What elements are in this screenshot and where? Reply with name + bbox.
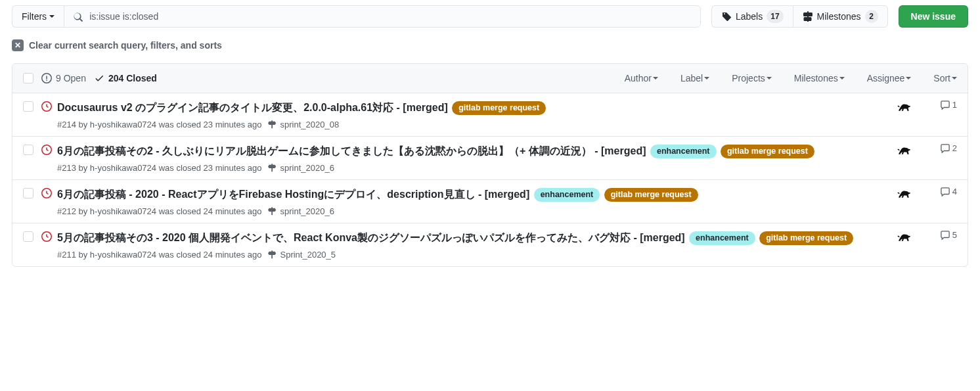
milestone-icon	[268, 207, 277, 216]
label-chip[interactable]: enhancement	[534, 188, 600, 202]
row-checkbox[interactable]	[23, 231, 33, 242]
chevron-down-icon	[704, 77, 709, 80]
milestone-text: sprint_2020_08	[280, 120, 339, 129]
milestone-icon	[268, 250, 277, 260]
chevron-down-icon	[653, 77, 658, 80]
issue-meta: #214 by h-yoshikawa0724 was closed 23 mi…	[57, 120, 261, 129]
chevron-down-icon	[767, 77, 772, 80]
issue-list: 9 Open 204 Closed Author Label Projects …	[12, 63, 968, 267]
new-issue-button[interactable]: New issue	[899, 5, 968, 28]
labels-button[interactable]: Labels 17	[711, 5, 793, 28]
milestone-link[interactable]: sprint_2020_08	[268, 120, 339, 129]
filter-assignee[interactable]: Assignee	[867, 73, 912, 83]
labels-text: Labels	[736, 11, 763, 22]
filter-author[interactable]: Author	[625, 73, 658, 83]
filter-projects[interactable]: Projects	[732, 73, 772, 83]
comments-count: 2	[952, 143, 957, 153]
comment-icon	[941, 101, 950, 110]
issue-title-link[interactable]: 5月の記事投稿その3 - 2020 個人開発イベントで、React Konva製…	[57, 232, 685, 243]
tab-open[interactable]: 9 Open	[41, 73, 86, 83]
assignee-avatar[interactable]	[897, 147, 911, 157]
label-chip[interactable]: gitlab merge request	[452, 101, 546, 115]
milestone-text: sprint_2020_6	[280, 163, 334, 173]
filter-sort[interactable]: Sort	[933, 73, 957, 83]
assignee-avatar[interactable]	[897, 103, 911, 114]
chevron-down-icon	[839, 77, 845, 80]
milestone-icon	[268, 164, 277, 173]
select-all-checkbox[interactable]	[23, 73, 33, 83]
filter-milestones[interactable]: Milestones	[794, 73, 845, 83]
label-chip[interactable]: enhancement	[650, 145, 717, 158]
milestones-count: 2	[865, 10, 878, 23]
issue-closed-icon	[41, 188, 52, 198]
issue-row: Docusaurus v2 のプラグイン記事のタイトル変更、2.0.0-alph…	[12, 93, 968, 136]
issue-closed-icon	[41, 101, 52, 112]
issue-open-icon	[41, 73, 52, 83]
milestone-text: sprint_2020_6	[280, 206, 334, 216]
comments-link[interactable]: 5	[936, 230, 957, 240]
comment-icon	[941, 187, 950, 196]
comment-icon	[941, 231, 950, 240]
filter-label[interactable]: Label	[680, 73, 709, 83]
filters-label: Filters	[22, 11, 47, 22]
issue-title-link[interactable]: Docusaurus v2 のプラグイン記事のタイトル変更、2.0.0-alph…	[57, 102, 448, 113]
milestones-text: Milestones	[817, 11, 861, 22]
tab-closed-text: 204 Closed	[108, 73, 157, 83]
comments-count: 5	[952, 230, 957, 240]
tab-closed[interactable]: 204 Closed	[94, 73, 157, 83]
chevron-down-icon	[952, 77, 957, 80]
milestone-icon	[268, 120, 277, 129]
comments-link[interactable]: 2	[936, 143, 957, 153]
comments-count: 1	[952, 100, 957, 110]
label-chip[interactable]: gitlab merge request	[721, 145, 814, 158]
comments-link[interactable]: 4	[936, 187, 957, 196]
issue-meta: #213 by h-yoshikawa0724 was closed 23 mi…	[57, 163, 261, 173]
row-checkbox[interactable]	[23, 145, 33, 155]
issue-row: 5月の記事投稿その3 - 2020 個人開発イベントで、React Konva製…	[12, 223, 968, 266]
chevron-down-icon	[906, 77, 911, 80]
comments-link[interactable]: 1	[936, 100, 957, 110]
close-icon: ✕	[12, 39, 24, 51]
comment-icon	[941, 144, 950, 153]
milestone-text: Sprint_2020_5	[280, 250, 336, 260]
assignee-avatar[interactable]	[897, 190, 911, 200]
milestone-link[interactable]: sprint_2020_6	[268, 206, 334, 216]
issue-meta: #211 by h-yoshikawa0724 was closed 24 mi…	[57, 250, 261, 260]
issue-row: 6月の記事投稿 - 2020 - ReactアプリをFirebase Hosti…	[12, 179, 968, 223]
issue-closed-icon	[41, 145, 52, 155]
search-icon	[72, 11, 83, 22]
check-icon	[94, 73, 104, 83]
labels-milestones-group: Labels 17 Milestones 2	[711, 5, 888, 28]
issue-title-link[interactable]: 6月の記事投稿その2 - 久しぶりにリアル脱出ゲームに参加してきました【ある沈黙…	[57, 145, 646, 156]
assignee-avatar[interactable]	[897, 233, 911, 244]
list-header: 9 Open 204 Closed Author Label Projects …	[12, 64, 968, 93]
new-issue-label: New issue	[911, 11, 956, 22]
issue-meta: #212 by h-yoshikawa0724 was closed 24 mi…	[57, 206, 261, 216]
comments-count: 4	[952, 187, 957, 196]
label-chip[interactable]: gitlab merge request	[759, 231, 853, 245]
milestone-link[interactable]: Sprint_2020_5	[268, 250, 336, 260]
milestone-icon	[803, 11, 813, 22]
issue-row: 6月の記事投稿その2 - 久しぶりにリアル脱出ゲームに参加してきました【ある沈黙…	[12, 136, 968, 179]
labels-count: 17	[767, 10, 783, 23]
clear-filters-link[interactable]: ✕ Clear current search query, filters, a…	[12, 39, 968, 51]
label-chip[interactable]: enhancement	[689, 231, 755, 245]
clear-filters-text: Clear current search query, filters, and…	[29, 40, 222, 51]
filters-button[interactable]: Filters	[12, 5, 64, 28]
milestone-link[interactable]: sprint_2020_6	[268, 163, 334, 173]
search-wrap	[64, 5, 701, 28]
issue-closed-icon	[41, 231, 52, 242]
row-checkbox[interactable]	[23, 188, 33, 198]
tag-icon	[721, 11, 732, 22]
issue-title-link[interactable]: 6月の記事投稿 - 2020 - ReactアプリをFirebase Hosti…	[57, 189, 529, 200]
row-checkbox[interactable]	[23, 101, 33, 112]
search-input[interactable]	[88, 11, 692, 22]
milestones-button[interactable]: Milestones 2	[793, 5, 888, 28]
tab-open-text: 9 Open	[56, 73, 86, 83]
chevron-down-icon	[49, 15, 55, 18]
label-chip[interactable]: gitlab merge request	[604, 188, 698, 202]
